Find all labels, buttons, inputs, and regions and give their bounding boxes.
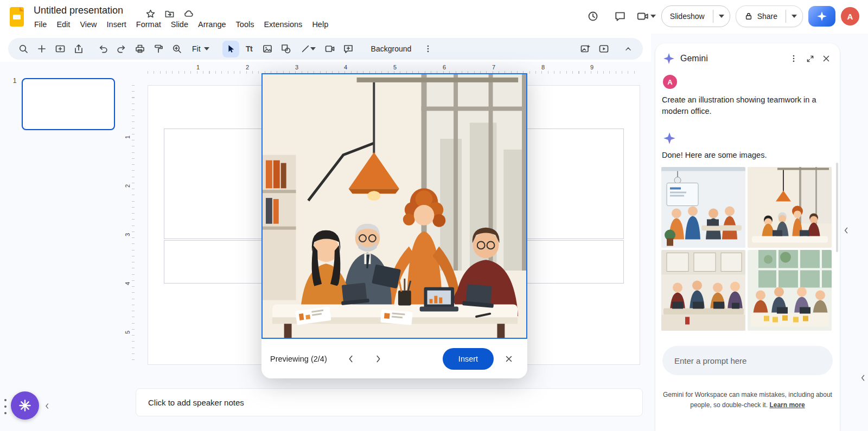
- disclaimer-text: Gemini for Workspace can make mistakes, …: [663, 391, 832, 409]
- menu-view[interactable]: View: [75, 18, 101, 30]
- comment-add-icon: [343, 43, 354, 54]
- text-box-button[interactable]: Tt: [241, 41, 258, 57]
- close-icon: [821, 54, 831, 63]
- zoom-button[interactable]: [168, 41, 185, 57]
- chevron-left-icon: [859, 374, 867, 382]
- background-button[interactable]: Background: [365, 41, 418, 57]
- gemini-button[interactable]: [808, 6, 835, 27]
- share-button[interactable]: Share: [736, 12, 786, 21]
- gemini-prompt-input[interactable]: [662, 346, 833, 375]
- redo-button[interactable]: [113, 41, 130, 57]
- header-actions: Slideshow Share: [582, 5, 859, 27]
- side-panel-toggle-button[interactable]: [858, 372, 868, 384]
- version-history-button[interactable]: [582, 5, 604, 27]
- menu-arrange[interactable]: Arrange: [193, 18, 231, 30]
- chevron-left-icon: [43, 402, 51, 410]
- menu-file[interactable]: File: [29, 18, 52, 30]
- insert-line-button[interactable]: [296, 41, 320, 57]
- more-vertical-icon: [789, 54, 799, 63]
- ruler-mark: 4: [124, 282, 131, 285]
- present-preview-button[interactable]: [595, 41, 612, 57]
- undo-button[interactable]: [94, 41, 111, 57]
- menu-slide[interactable]: Slide: [166, 18, 193, 30]
- slideshow-dropdown[interactable]: [713, 15, 730, 18]
- toolbar-overflow-button[interactable]: [419, 41, 436, 57]
- previous-image-button[interactable]: [341, 349, 361, 369]
- chat-user-message: Create an illustration showing teamwork …: [662, 94, 831, 118]
- search-icon: [18, 43, 29, 54]
- chevron-left-icon: [346, 354, 356, 364]
- gemini-close-button[interactable]: [818, 50, 834, 67]
- gemini-sparkle-icon: [816, 11, 827, 22]
- ruler-mark: 1: [124, 136, 131, 139]
- horizontal-ruler: 1 2 3 4 5 6 7 8 9: [148, 64, 640, 74]
- account-avatar[interactable]: A: [841, 7, 859, 25]
- chevron-up-icon: [624, 44, 633, 53]
- preview-illustration[interactable]: [261, 73, 527, 339]
- gemini-expand-button[interactable]: [802, 50, 818, 67]
- gemini-sparkle-icon: [663, 132, 676, 145]
- chevron-down-icon: [310, 47, 316, 50]
- comments-button[interactable]: [609, 5, 631, 27]
- generated-image-1[interactable]: [661, 167, 745, 248]
- menu-edit[interactable]: Edit: [52, 18, 75, 30]
- menu-extensions[interactable]: Extensions: [259, 18, 307, 30]
- collapse-panel-button[interactable]: [841, 224, 851, 236]
- gemini-side-panel: Gemini A Create an illustration showing …: [655, 43, 840, 431]
- star-icon: [145, 9, 156, 19]
- generated-image-2[interactable]: [748, 167, 832, 248]
- generated-images-grid: [661, 167, 832, 331]
- play-icon: [598, 43, 609, 54]
- gemini-menu-button[interactable]: [786, 50, 802, 67]
- new-slide-button[interactable]: [33, 41, 50, 57]
- history-icon: [587, 10, 599, 22]
- collapse-toolbar-button[interactable]: [620, 41, 636, 57]
- select-tool-button[interactable]: [222, 41, 239, 57]
- image-icon: [262, 43, 273, 54]
- search-menus-button[interactable]: [15, 41, 31, 57]
- generated-image-3[interactable]: [661, 250, 745, 331]
- slideshow-split-button: Slideshow: [661, 5, 730, 27]
- slides-logo[interactable]: [9, 6, 26, 28]
- chevron-down-icon: [204, 47, 209, 50]
- insert-shape-button[interactable]: [278, 41, 295, 57]
- next-image-button[interactable]: [368, 349, 388, 369]
- learn-more-link[interactable]: Learn more: [769, 401, 805, 409]
- document-title[interactable]: Untitled presentation: [34, 5, 123, 16]
- menu-format[interactable]: Format: [131, 18, 166, 30]
- gemini-fab[interactable]: [11, 391, 39, 420]
- chevron-down-icon: [792, 15, 797, 18]
- menu-insert[interactable]: Insert: [102, 18, 131, 30]
- insert-image-button[interactable]: [259, 41, 276, 57]
- share-label: Share: [757, 12, 777, 21]
- export-button[interactable]: [70, 41, 87, 57]
- plus-icon: [36, 43, 47, 54]
- meet-button[interactable]: [636, 10, 656, 23]
- paint-format-button[interactable]: [150, 41, 167, 57]
- insert-image-button[interactable]: Insert: [443, 348, 494, 370]
- speaker-notes[interactable]: Click to add speaker notes: [136, 388, 643, 416]
- app-launcher-dots[interactable]: [0, 399, 7, 414]
- preview-controls: Previewing (2/4) Insert: [261, 339, 527, 378]
- generated-image-4[interactable]: [748, 250, 832, 331]
- video-camera-icon: [636, 10, 649, 23]
- app-header: Untitled presentation File Edit View Ins…: [0, 0, 868, 34]
- menu-tools[interactable]: Tools: [231, 18, 259, 30]
- generate-image-button[interactable]: [577, 41, 593, 57]
- ruler-mark: 3: [295, 64, 298, 70]
- collapse-filmstrip-button[interactable]: [42, 401, 52, 411]
- close-preview-button[interactable]: [499, 349, 519, 369]
- insert-video-button[interactable]: [322, 41, 339, 57]
- share-dropdown[interactable]: [786, 15, 802, 18]
- menu-help[interactable]: Help: [307, 18, 333, 30]
- print-button[interactable]: [131, 41, 148, 57]
- slideshow-button[interactable]: Slideshow: [662, 12, 713, 21]
- add-comment-button[interactable]: [340, 41, 357, 57]
- zoom-fit-dropdown[interactable]: Fit: [187, 41, 215, 57]
- ruler-ticks: [132, 85, 135, 365]
- chat-scrollbar[interactable]: [836, 163, 838, 252]
- slide-thumbnail[interactable]: [22, 78, 115, 130]
- redo-icon: [116, 43, 127, 54]
- open-in-full-icon: [806, 54, 815, 63]
- slide-layout-button[interactable]: [52, 41, 68, 57]
